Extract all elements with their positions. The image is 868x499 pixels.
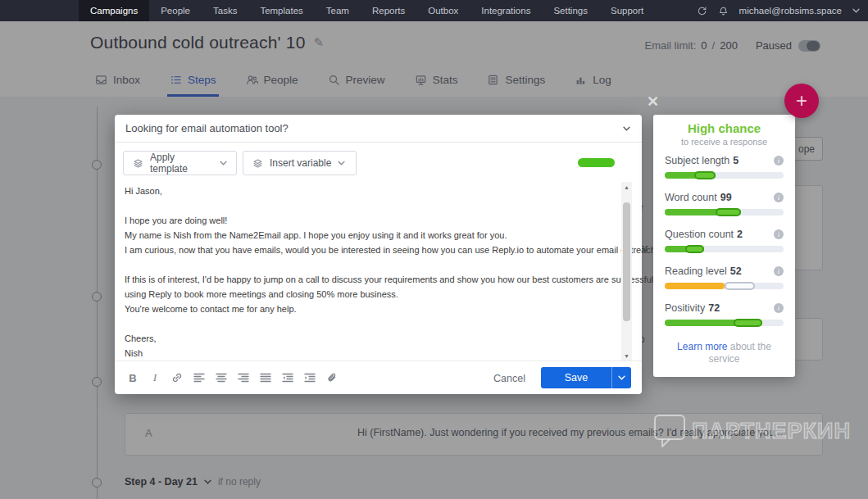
- metric-value: 72: [708, 302, 720, 314]
- metric-label-row: Word count99i: [665, 191, 784, 204]
- nav-item-people[interactable]: People: [149, 0, 202, 21]
- apply-template-button[interactable]: Apply template: [123, 151, 237, 175]
- email-body-line: [125, 257, 656, 272]
- nav-item-campaigns[interactable]: Campaigns: [79, 0, 149, 21]
- scrollbar[interactable]: ▲ ▼: [621, 182, 632, 361]
- subject-row[interactable]: Looking for email automation tool?: [115, 115, 642, 143]
- nav-right: michael@robsims.space: [697, 0, 860, 21]
- metric-label: Subject length: [665, 155, 729, 166]
- metric-label: Positivity: [665, 302, 705, 314]
- chevron-down-icon: [338, 161, 345, 166]
- metric-slider[interactable]: [665, 246, 784, 252]
- info-icon[interactable]: i: [774, 303, 784, 313]
- metric-label-row: Question count2i: [665, 228, 784, 241]
- edit-step-modal: Looking for email automation tool? Apply…: [115, 115, 642, 394]
- sync-icon[interactable]: [697, 6, 707, 16]
- subject-input[interactable]: Looking for email automation tool?: [125, 122, 623, 134]
- metric-value: 99: [720, 192, 732, 203]
- email-body-line: using Reply to book more meetings and cl…: [125, 287, 656, 302]
- align-right-icon[interactable]: [237, 371, 250, 384]
- bell-icon[interactable]: [718, 6, 729, 16]
- nav-item-outbox[interactable]: Outbox: [416, 0, 470, 21]
- nav-item-integrations[interactable]: Integrations: [470, 0, 542, 21]
- learn-more-line2: service: [708, 353, 739, 365]
- email-body-line: Nish: [125, 346, 656, 361]
- nav-item-templates[interactable]: Templates: [248, 0, 314, 21]
- metric-label: Question count: [665, 229, 734, 240]
- chevron-down-icon: [220, 161, 227, 166]
- layers-icon: [252, 158, 263, 169]
- learn-more-link[interactable]: Learn more: [677, 341, 727, 352]
- slider-thumb[interactable]: [716, 208, 740, 216]
- attachment-icon[interactable]: [325, 371, 339, 384]
- info-icon[interactable]: i: [774, 229, 784, 239]
- metric-slider[interactable]: [665, 320, 784, 326]
- apply-template-label: Apply template: [150, 152, 213, 175]
- metric-slider[interactable]: [665, 283, 784, 289]
- email-body-line: I hope you are doing well!: [125, 213, 656, 228]
- nav-item-tasks[interactable]: Tasks: [202, 0, 248, 21]
- email-body-editor[interactable]: Hi Jason, I hope you are doing well!My n…: [125, 184, 656, 361]
- learn-more-text: Learn more about the service: [653, 341, 795, 365]
- modal-footer: BI Cancel Save: [115, 361, 642, 394]
- account-email[interactable]: michael@robsims.space: [739, 6, 842, 16]
- scroll-down-icon[interactable]: ▼: [621, 351, 632, 361]
- link-icon[interactable]: [170, 371, 184, 384]
- slider-thumb[interactable]: [694, 171, 716, 179]
- email-body-line: I am curious, now that you have emails, …: [125, 243, 656, 257]
- metric-subject-length: Subject length5i: [665, 154, 784, 191]
- nav-item-settings[interactable]: Settings: [542, 0, 599, 21]
- metric-slider[interactable]: [665, 209, 784, 215]
- slider-thumb[interactable]: [725, 282, 756, 290]
- metric-label-row: Positivity72i: [665, 302, 784, 315]
- metric-value: 52: [730, 265, 742, 277]
- save-button[interactable]: Save: [541, 367, 631, 388]
- close-icon[interactable]: ✕: [647, 93, 659, 111]
- metric-reading-level: Reading level52i: [665, 265, 784, 302]
- metric-label: Word count: [665, 192, 717, 203]
- nav-item-team[interactable]: Team: [315, 0, 361, 21]
- add-step-fab[interactable]: +: [784, 84, 819, 118]
- account-chevron-down-icon[interactable]: [852, 8, 860, 13]
- metric-slider[interactable]: [665, 172, 784, 179]
- bold-icon[interactable]: B: [126, 371, 139, 384]
- slider-thumb[interactable]: [734, 319, 762, 327]
- quality-metrics: Subject length5iWord count99iQuestion co…: [665, 154, 784, 338]
- nav-item-reports[interactable]: Reports: [361, 0, 416, 21]
- email-body-line: Hi Jason,: [125, 184, 656, 198]
- indent-icon[interactable]: [303, 371, 316, 384]
- align-center-icon[interactable]: [215, 371, 228, 384]
- metric-label: Reading level: [665, 265, 727, 277]
- scrollbar-thumb[interactable]: [623, 202, 630, 321]
- outdent-icon[interactable]: [281, 371, 294, 384]
- info-icon[interactable]: i: [774, 266, 784, 276]
- email-body-line: [125, 316, 656, 331]
- app-window: CampaignsPeopleTasksTemplatesTeamReports…: [0, 0, 868, 499]
- metric-label-row: Reading level52i: [665, 265, 784, 278]
- nav-item-support[interactable]: Support: [599, 0, 655, 21]
- cancel-button[interactable]: Cancel: [493, 373, 525, 384]
- slider-thumb[interactable]: [685, 245, 704, 253]
- save-chevron-down-icon[interactable]: [611, 367, 631, 388]
- quality-subtitle: to receive a response: [653, 137, 795, 147]
- info-icon[interactable]: i: [774, 193, 784, 202]
- insert-variable-button[interactable]: Insert variable: [243, 151, 357, 175]
- scroll-up-icon[interactable]: ▲: [621, 182, 632, 192]
- save-label: Save: [541, 367, 611, 388]
- align-left-icon[interactable]: [193, 371, 206, 384]
- info-icon[interactable]: i: [774, 156, 784, 166]
- top-nav: CampaignsPeopleTasksTemplatesTeamReports…: [0, 0, 868, 21]
- quality-title: High chance: [653, 121, 795, 135]
- layers-icon: [133, 158, 143, 169]
- email-body-line: You're welcome to contact me for any hel…: [125, 302, 656, 316]
- metric-value: 2: [737, 229, 743, 240]
- metric-question-count: Question count2i: [665, 228, 784, 265]
- metric-value: 5: [733, 155, 738, 166]
- align-justify-icon[interactable]: [259, 371, 272, 384]
- learn-more-rest: about the: [727, 341, 770, 352]
- subject-chevron-down-icon[interactable]: [623, 126, 630, 131]
- format-toolbar: BI: [126, 371, 339, 384]
- metric-word-count: Word count99i: [665, 191, 784, 228]
- italic-icon[interactable]: I: [148, 371, 161, 384]
- metric-positivity: Positivity72i: [665, 302, 784, 338]
